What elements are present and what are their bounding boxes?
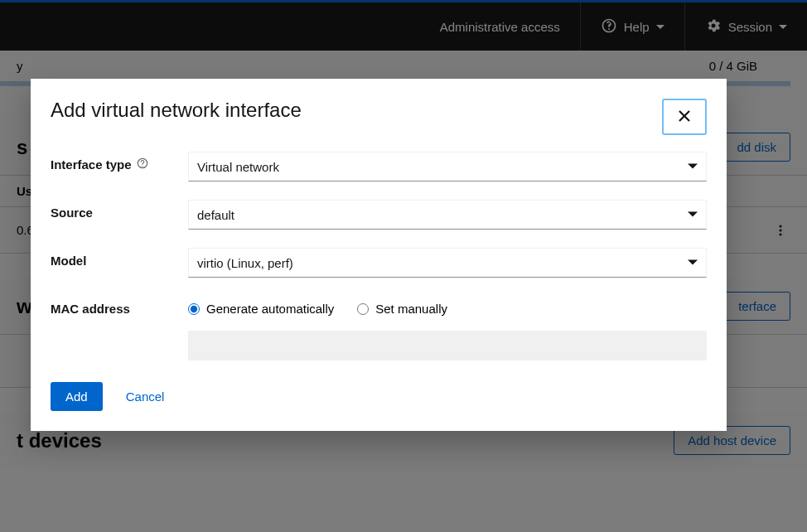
source-label: Source bbox=[51, 206, 93, 220]
source-select[interactable]: default bbox=[188, 200, 707, 230]
mac-generate-radio[interactable]: Generate automatically bbox=[188, 302, 334, 316]
mac-address-input bbox=[188, 331, 707, 360]
close-button[interactable] bbox=[662, 99, 707, 135]
model-value: virtio (Linux, perf) bbox=[197, 256, 293, 270]
add-button[interactable]: Add bbox=[51, 382, 103, 411]
mac-address-label: MAC address bbox=[51, 302, 130, 316]
source-value: default bbox=[197, 208, 234, 222]
mac-manual-label: Set manually bbox=[375, 302, 447, 316]
caret-down-icon bbox=[688, 256, 698, 270]
close-icon bbox=[679, 110, 690, 124]
mac-manual-radio-input[interactable] bbox=[357, 303, 369, 315]
modal-title: Add virtual network interface bbox=[51, 99, 302, 122]
interface-type-value: Virtual network bbox=[197, 160, 279, 174]
interface-type-select[interactable]: Virtual network bbox=[188, 152, 707, 181]
caret-down-icon bbox=[688, 208, 698, 222]
caret-down-icon bbox=[688, 160, 698, 174]
interface-type-label: Interface type bbox=[51, 157, 132, 172]
mac-generate-radio-input[interactable] bbox=[188, 303, 200, 315]
add-network-interface-modal: Add virtual network interface Interface … bbox=[31, 79, 727, 431]
help-icon[interactable] bbox=[137, 157, 148, 172]
mac-generate-label: Generate automatically bbox=[206, 302, 334, 316]
mac-manual-radio[interactable]: Set manually bbox=[357, 302, 447, 316]
model-label: Model bbox=[51, 254, 86, 268]
cancel-button[interactable]: Cancel bbox=[116, 382, 175, 411]
model-select[interactable]: virtio (Linux, perf) bbox=[188, 248, 707, 278]
